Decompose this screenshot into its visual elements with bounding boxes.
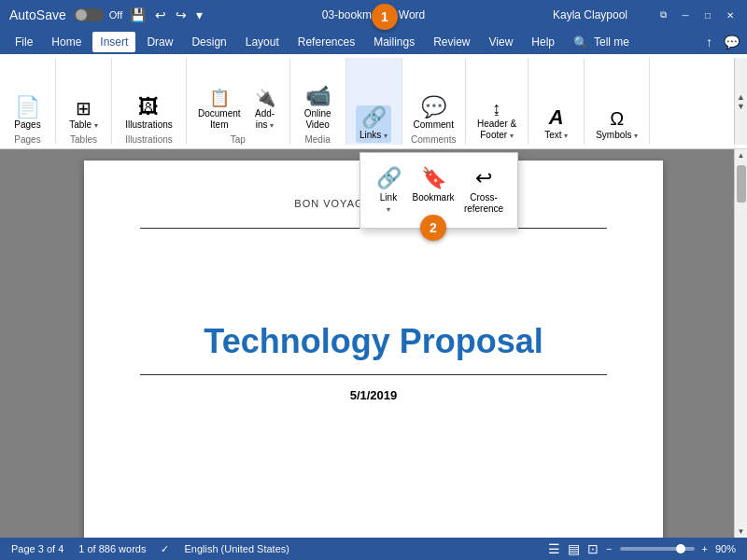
online-video-button[interactable]: 📹 OnlineVideo	[301, 84, 335, 133]
menu-mailings[interactable]: Mailings	[366, 32, 422, 52]
ribbon-group-symbols: Ω Symbols ▾	[585, 58, 650, 145]
layout-view-3[interactable]: ⊡	[587, 541, 599, 556]
status-bar: Page 3 of 4 1 of 886 words ✓ English (Un…	[0, 538, 747, 560]
document-item-button[interactable]: 📋 DocumentItem	[194, 88, 245, 133]
menu-layout[interactable]: Layout	[238, 32, 287, 52]
table-label: Table ▾	[69, 119, 98, 131]
layout-view-2[interactable]: ▤	[568, 541, 580, 556]
share-icon[interactable]: ↑	[706, 35, 712, 49]
online-video-label: OnlineVideo	[304, 108, 331, 131]
ribbon-group-tap: 📋 DocumentItem 🔌 Add-ins ▾ Tap	[187, 58, 290, 145]
save-icon[interactable]: 💾	[128, 6, 148, 24]
pages-icon: 📄	[15, 97, 40, 118]
menu-draw[interactable]: Draw	[139, 32, 180, 52]
scroll-down-arrow[interactable]: ▼	[735, 525, 747, 538]
window-controls: ⧉ ─ □ ✕	[654, 6, 740, 24]
ribbon-group-links: 🔗 Links ▾	[346, 58, 402, 145]
pages-label: Pages	[14, 119, 40, 131]
redo-icon[interactable]: ↪	[174, 6, 189, 24]
illustrations-group-label: Illustrations	[125, 133, 173, 145]
text-button[interactable]: A Text ▾	[540, 105, 573, 143]
bookmark-dropdown-label: Bookmark	[413, 192, 455, 203]
tell-me-input[interactable]: Tell me	[594, 35, 629, 49]
menu-bar: File Home Insert Draw Design Layout Refe…	[0, 30, 747, 54]
header-footer-icon: ↨	[493, 100, 501, 117]
title-bar-right: Kayla Claypool ⧉ ─ □ ✕	[553, 6, 740, 24]
links-icon: 🔗	[361, 107, 387, 128]
menu-review[interactable]: Review	[426, 32, 477, 52]
document-date: 5/1/2019	[140, 388, 607, 402]
bookmark-dropdown-item[interactable]: 🔖 Bookmark	[413, 161, 454, 209]
zoom-minus[interactable]: −	[606, 543, 612, 554]
menu-design[interactable]: Design	[184, 32, 233, 52]
comments-icon[interactable]: 💬	[724, 35, 740, 49]
ribbon-content: 📄 Pages Pages ⊞ Table ▾ Tables 🖼 Illustr	[0, 54, 747, 148]
links-button[interactable]: 🔗 Links ▾	[356, 105, 391, 143]
language: English (United States)	[184, 543, 289, 554]
search-icon: 🔍	[573, 35, 588, 49]
pages-button[interactable]: 📄 Pages	[10, 95, 44, 133]
proofing-icon[interactable]: ✓	[161, 543, 169, 555]
pages-group-label: Pages	[14, 133, 40, 145]
addins-label: Add-ins ▾	[255, 108, 275, 131]
media-group-label: Media	[304, 133, 330, 145]
addins-button[interactable]: 🔌 Add-ins ▾	[248, 88, 282, 133]
tap-group-label: Tap	[231, 133, 246, 145]
link-dropdown-label: Link	[380, 192, 397, 203]
bookmark-dropdown-icon: 🔖	[421, 166, 446, 190]
menu-help[interactable]: Help	[524, 32, 562, 52]
user-name: Kayla Claypool	[553, 8, 627, 21]
text-icon: A	[549, 107, 564, 128]
layout-view-1[interactable]: ☰	[548, 541, 560, 556]
ribbon-scroll-up[interactable]: ▲	[737, 92, 745, 102]
zoom-slider[interactable]	[620, 547, 695, 551]
header-footer-label: Header &Footer ▾	[477, 119, 516, 141]
link-dropdown-item[interactable]: 🔗 Link ▾	[368, 161, 409, 219]
status-right: ☰ ▤ ⊡ − + 90%	[548, 541, 736, 556]
illustrations-button[interactable]: 🖼 Illustrations	[121, 95, 176, 133]
symbols-icon: Ω	[610, 109, 624, 128]
scroll-up-arrow[interactable]: ▲	[735, 149, 747, 161]
tables-group-label: Tables	[70, 133, 97, 145]
header-footer-button[interactable]: ↨ Header &Footer ▾	[473, 98, 520, 143]
zoom-slider-thumb	[676, 544, 685, 553]
menu-insert[interactable]: Insert	[92, 32, 135, 52]
vertical-scrollbar[interactable]: ▲ ▼	[734, 149, 747, 538]
online-video-icon: 📹	[305, 86, 331, 106]
scroll-thumb[interactable]	[737, 165, 746, 203]
link-dropdown-icon: 🔗	[376, 166, 402, 190]
zoom-level: 90%	[715, 543, 736, 554]
comment-button[interactable]: 💬 Comment	[410, 95, 458, 133]
step-bubble-1: 1	[372, 4, 398, 30]
autosave-state: Off	[109, 9, 122, 21]
comments-group-label: Comments	[411, 133, 456, 145]
document-item-label: DocumentItem	[198, 108, 241, 131]
addins-icon: 🔌	[255, 90, 275, 106]
autosave-toggle[interactable]	[74, 8, 104, 21]
close-button[interactable]: ✕	[721, 6, 740, 24]
symbols-button[interactable]: Ω Symbols ▾	[592, 107, 641, 143]
ribbon-group-media: 📹 OnlineVideo Media	[290, 58, 346, 145]
menu-view[interactable]: View	[482, 32, 521, 52]
undo-icon[interactable]: ↩	[153, 6, 168, 24]
comment-icon: 💬	[421, 97, 446, 118]
dropdown-qat-icon[interactable]: ▾	[194, 6, 204, 24]
link-dropdown-arrow: ▾	[387, 205, 390, 214]
comment-label: Comment	[414, 119, 454, 131]
menu-file[interactable]: File	[7, 32, 40, 52]
crossref-dropdown-label: Cross-reference	[464, 192, 503, 215]
restore-button[interactable]: ⧉	[654, 6, 672, 24]
table-button[interactable]: ⊞ Table ▾	[65, 97, 102, 133]
app-name2: Word	[399, 8, 425, 21]
maximize-button[interactable]: □	[698, 6, 717, 24]
menu-references[interactable]: References	[290, 32, 362, 52]
minimize-button[interactable]: ─	[676, 6, 695, 24]
quick-access-toolbar: AutoSave Off 💾 ↩ ↪ ▾	[7, 6, 204, 24]
menu-home[interactable]: Home	[44, 32, 89, 52]
zoom-plus[interactable]: +	[702, 543, 708, 554]
crossref-dropdown-item[interactable]: ↩ Cross-reference	[458, 161, 510, 220]
ribbon-scroll-down[interactable]: ▼	[737, 102, 745, 111]
ribbon-scrollbar[interactable]: ▲ ▼	[734, 58, 747, 145]
autosave-label: AutoSave	[7, 6, 68, 24]
illustrations-label: Illustrations	[125, 119, 173, 131]
